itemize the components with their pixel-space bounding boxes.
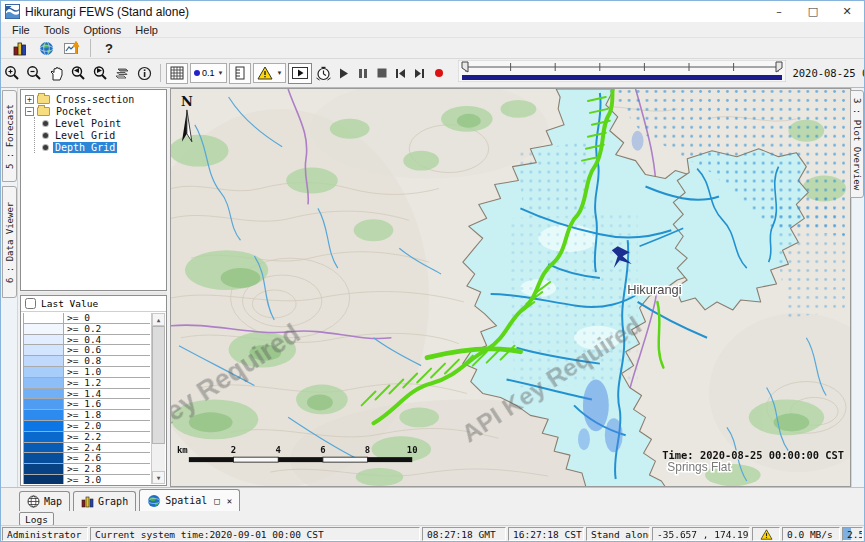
zoom-in-button[interactable] [1, 63, 23, 84]
status-coordinates: -35.657 , 174.199 [652, 527, 750, 541]
play-icon [339, 68, 349, 79]
scroll-up-icon[interactable]: ▲ [152, 313, 165, 326]
interval-dropdown[interactable]: 0.1 ▼ [190, 63, 227, 83]
collapse-icon[interactable]: − [25, 107, 34, 116]
map-display-button[interactable] [33, 39, 59, 58]
zoom-next-button[interactable] [89, 63, 111, 84]
menu-options[interactable]: Options [76, 24, 128, 36]
legend-color-swatch [24, 475, 64, 484]
step-forward-button[interactable] [410, 63, 429, 84]
status-download-rate: 0.0 MB/s [782, 527, 840, 541]
expand-icon[interactable]: + [25, 95, 34, 104]
last-value-checkbox[interactable] [25, 298, 36, 309]
toolbar-separator [160, 64, 161, 82]
legend-color-swatch [24, 410, 64, 420]
tab-graph[interactable]: Graph [73, 491, 136, 511]
map-view[interactable]: API Key Required API Key Required Hikura… [170, 88, 851, 487]
warning-dropdown[interactable]: ▼ [253, 63, 286, 83]
scroll-thumb[interactable] [152, 326, 165, 444]
tree-item-cross-section[interactable]: + Cross-section [25, 93, 166, 105]
grid-overlay-button[interactable] [166, 63, 188, 84]
tab-forecast[interactable]: 5 : Forecast [2, 90, 17, 182]
tab-data-viewer[interactable]: 6 : Data Viewer [2, 186, 17, 298]
tree-item-level-point[interactable]: Level Point [41, 117, 166, 129]
current-datetime-label: 2020-08-25 00:00:00 CST [792, 67, 865, 79]
pause-button[interactable] [353, 63, 372, 84]
status-user: Administrator [2, 527, 88, 541]
timeseries-icon [64, 41, 81, 56]
bar-chart-icon [81, 495, 94, 508]
status-system-time: Current system time:2020-09-01 00:00 CST [90, 527, 420, 541]
animation-timer-button[interactable] [312, 63, 334, 84]
bar-chart-icon [12, 41, 28, 56]
legend-row-label: >= 2.0 [64, 421, 150, 431]
legend-scrollbar[interactable]: ▲ ▼ [151, 313, 165, 484]
left-tab-strip: 5 : Forecast 6 : Data Viewer [1, 88, 18, 487]
legend-row-label: >= 1.2 [64, 378, 150, 388]
tree-item-depth-grid[interactable]: Depth Grid [41, 141, 166, 153]
right-tab-strip: 3 : Plot Overview [851, 88, 864, 487]
warning-icon [257, 66, 273, 80]
step-back-button[interactable] [391, 63, 410, 84]
float-tab-icon[interactable]: □ [214, 496, 219, 506]
info-icon [137, 66, 152, 81]
svg-text:6: 6 [320, 445, 325, 455]
legend-row-label: >= 1.8 [64, 410, 150, 420]
help-button[interactable]: ? [96, 39, 122, 58]
layers-button[interactable] [111, 63, 133, 84]
timer-icon [315, 65, 332, 82]
record-button[interactable] [429, 63, 448, 84]
legend-row-label: >= 1.4 [64, 389, 150, 399]
last-value-label: Last Value [41, 298, 98, 309]
app-window: Hikurangi FEWS (Stand alone) – □ ✕ File … [0, 0, 865, 542]
minimize-button[interactable]: – [762, 1, 796, 22]
zoom-previous-button[interactable] [67, 63, 89, 84]
legend-color-swatch [24, 356, 64, 366]
zoom-back-icon [70, 65, 86, 81]
presentation-button[interactable] [288, 63, 312, 84]
scroll-down-icon[interactable]: ▼ [152, 471, 165, 484]
status-warning [752, 527, 780, 541]
layer-dot-icon [43, 121, 48, 126]
timeseries-display-button[interactable] [59, 39, 85, 58]
status-local-time: 16:27:18 CST [508, 527, 584, 541]
zoom-forward-icon [92, 65, 108, 81]
tab-spatial[interactable]: Spatial □ ✕ [139, 489, 240, 511]
zoom-out-button[interactable] [23, 63, 45, 84]
legend-panel: Last Value >= 0>= 0.2>= 0.4>= 0.6>= 0.8>… [20, 295, 167, 486]
marker-dot-icon [194, 70, 200, 76]
scale-bar-button[interactable] [229, 63, 251, 84]
tab-plot-overview[interactable]: 3 : Plot Overview [850, 90, 864, 198]
legend-color-swatch [24, 324, 64, 334]
pan-button[interactable] [45, 63, 67, 84]
svg-text:10: 10 [407, 445, 418, 455]
stop-button[interactable] [372, 63, 391, 84]
window-title: Hikurangi FEWS (Stand alone) [25, 5, 189, 19]
tree-item-level-grid[interactable]: Level Grid [41, 129, 166, 141]
tree-item-pocket[interactable]: − Pocket [25, 105, 166, 117]
menu-tools[interactable]: Tools [37, 24, 77, 36]
legend-row: >= 1.2 [24, 378, 150, 389]
maximize-button[interactable]: □ [796, 1, 830, 22]
svg-text:8: 8 [365, 445, 370, 455]
menu-bar: File Tools Options Help [1, 22, 864, 38]
play-button[interactable] [334, 63, 353, 84]
record-icon [434, 68, 444, 78]
legend-rows: >= 0>= 0.2>= 0.4>= 0.6>= 0.8>= 1.0>= 1.2… [23, 313, 150, 484]
info-button[interactable] [133, 63, 155, 84]
grid-display-button[interactable] [7, 39, 33, 58]
legend-color-swatch [24, 464, 64, 474]
logs-tab[interactable]: Logs [19, 512, 54, 526]
menu-file[interactable]: File [5, 24, 37, 36]
legend-row-label: >= 0.4 [64, 335, 150, 345]
legend-color-swatch [24, 453, 64, 463]
close-button[interactable]: ✕ [830, 1, 864, 22]
time-slider[interactable] [458, 60, 786, 86]
title-bar: Hikurangi FEWS (Stand alone) – □ ✕ [1, 1, 864, 22]
tab-map[interactable]: Map [19, 491, 70, 511]
svg-text:km: km [177, 445, 188, 455]
close-tab-icon[interactable]: ✕ [227, 496, 232, 506]
hand-icon [49, 66, 64, 81]
menu-help[interactable]: Help [128, 24, 165, 36]
interval-value: 0.1 [202, 68, 215, 78]
